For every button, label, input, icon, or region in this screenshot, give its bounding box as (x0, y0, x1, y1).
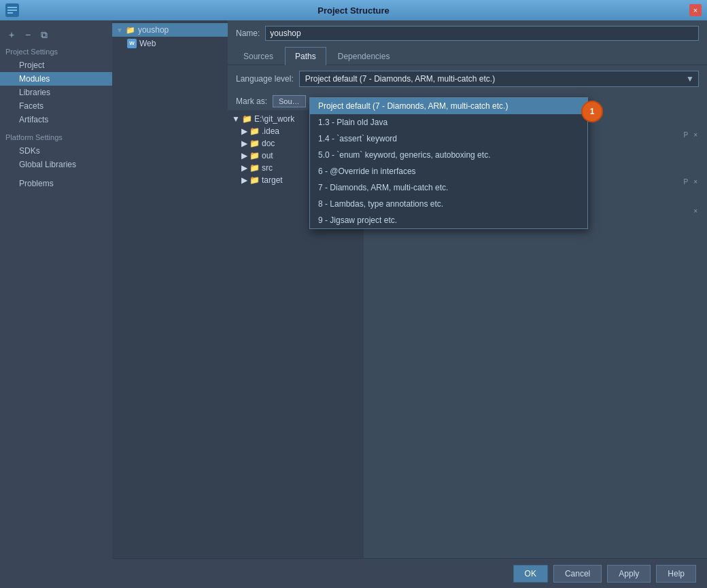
sidebar-toolbar: + − ⧉ (0, 26, 112, 46)
source-path-remove-0[interactable]: × (692, 131, 699, 139)
expand-arrow: ▼ (116, 27, 123, 34)
lang-level-label: Language level: (236, 74, 294, 84)
mark-as-label: Mark as: (236, 97, 267, 106)
name-label: Name: (236, 29, 260, 38)
arrow-right-out: ▶ (241, 151, 247, 160)
language-level-dropdown: Project default (7 - Diamonds, ARM, mult… (309, 97, 588, 229)
folder-icon-idea: 📁 (249, 126, 260, 136)
module-tree-panel: ▼ 📁 youshop W Web (112, 20, 228, 558)
window-title: Project Structure (317, 5, 389, 16)
apply-button[interactable]: Apply (607, 565, 651, 583)
arrow-right-doc: ▶ (241, 139, 247, 148)
folder-icon: 📁 (126, 26, 135, 35)
tab-paths[interactable]: Paths (285, 47, 326, 65)
arrow-right-target: ▶ (241, 175, 247, 185)
dropdown-item-9[interactable]: 9 - Jigsaw project etc. (310, 212, 587, 228)
project-settings-label: Project Settings (0, 46, 112, 58)
dropdown-item-13[interactable]: 1.3 - Plain old Java (310, 114, 587, 131)
web-icon: W (127, 39, 137, 48)
sidebar-item-modules[interactable]: Modules (0, 72, 112, 86)
dropdown-item-8[interactable]: 8 - Lambdas, type annotations etc. (310, 196, 587, 212)
dropdown-item-14[interactable]: 1.4 - `assert` keyword (310, 131, 587, 147)
svg-rect-1 (7, 10, 17, 11)
sidebar: + − ⧉ Project Settings Project Modules L… (0, 20, 112, 588)
add-button[interactable]: + (5, 29, 18, 41)
excluded-path-actions-0: × (692, 207, 699, 215)
svg-rect-2 (7, 12, 13, 14)
folder-icon-target: 📁 (249, 175, 260, 185)
tree-item-web-label: Web (139, 39, 156, 48)
folder-icon-src: 📁 (249, 163, 260, 173)
tree-item-youshop[interactable]: ▼ 📁 youshop (112, 23, 228, 37)
sidebar-item-sdks[interactable]: SDKs (0, 144, 112, 158)
svg-rect-0 (7, 7, 17, 8)
sidebar-item-project[interactable]: Project (0, 58, 112, 72)
tree-item-web[interactable]: W Web (112, 37, 228, 50)
tab-sources[interactable]: Sources (233, 47, 283, 65)
dropdown-item-7[interactable]: 7 - Diamonds, ARM, multi-catch etc. (310, 179, 587, 196)
folder-icon-root: 📁 (242, 114, 252, 124)
remove-button[interactable]: − (22, 29, 34, 41)
badge-1: 1 (581, 101, 603, 122)
lang-level-dropdown-trigger[interactable]: Project default (7 - Diamonds, ARM, mult… (299, 71, 699, 87)
copy-button[interactable]: ⧉ (38, 29, 50, 41)
sidebar-item-artifacts[interactable]: Artifacts (0, 113, 112, 126)
cancel-button[interactable]: Cancel (553, 565, 602, 583)
sidebar-item-global-libraries[interactable]: Global Libraries (0, 158, 112, 171)
dropdown-item-default[interactable]: Project default (7 - Diamonds, ARM, mult… (310, 98, 587, 114)
help-button[interactable]: Help (656, 565, 696, 583)
arrow-right-src: ▶ (241, 163, 247, 173)
close-button[interactable]: × (689, 4, 702, 16)
arrow-right-idea: ▶ (241, 126, 247, 136)
excluded-path-remove-0[interactable]: × (692, 207, 699, 215)
platform-settings-label: Platform Settings (0, 132, 112, 144)
dropdown-arrow-icon: ▼ (686, 74, 694, 84)
sidebar-item-libraries[interactable]: Libraries (0, 86, 112, 99)
dropdown-item-6[interactable]: 6 - @Override in interfaces (310, 163, 587, 179)
ok-button[interactable]: OK (513, 565, 548, 583)
folder-icon-doc: 📁 (249, 139, 260, 148)
tabs-bar: Sources Paths Dependencies (228, 46, 707, 65)
source-path-edit-0[interactable]: P (682, 131, 689, 139)
tab-dependencies[interactable]: Dependencies (328, 47, 400, 65)
resource-path-edit-0[interactable]: P (682, 178, 689, 186)
resource-path-remove-0[interactable]: × (692, 178, 699, 186)
footer-bar: OK Cancel Apply Help (112, 558, 707, 588)
app-logo (5, 3, 19, 17)
divider (0, 126, 112, 132)
resource-path-actions-0: P × (682, 178, 699, 186)
sidebar-item-facets[interactable]: Facets (0, 99, 112, 113)
source-path-actions-0: P × (682, 131, 699, 139)
sidebar-item-problems[interactable]: Problems (0, 177, 112, 190)
dropdown-item-50[interactable]: 5.0 - `enum` keyword, generics, autoboxi… (310, 147, 587, 163)
source-mark-btn[interactable]: Sou… (273, 95, 306, 107)
arrow-down-icon: ▼ (232, 114, 240, 124)
module-header: Name: (228, 20, 707, 46)
title-bar: Project Structure × (0, 0, 707, 20)
folder-icon-out: 📁 (249, 151, 260, 160)
module-name-input[interactable] (265, 26, 699, 41)
divider2 (0, 171, 112, 177)
tree-item-label: youshop (138, 25, 169, 35)
language-level-row: Language level: Project default (7 - Dia… (228, 65, 707, 92)
lang-level-select-wrapper: Project default (7 - Diamonds, ARM, mult… (299, 71, 699, 87)
